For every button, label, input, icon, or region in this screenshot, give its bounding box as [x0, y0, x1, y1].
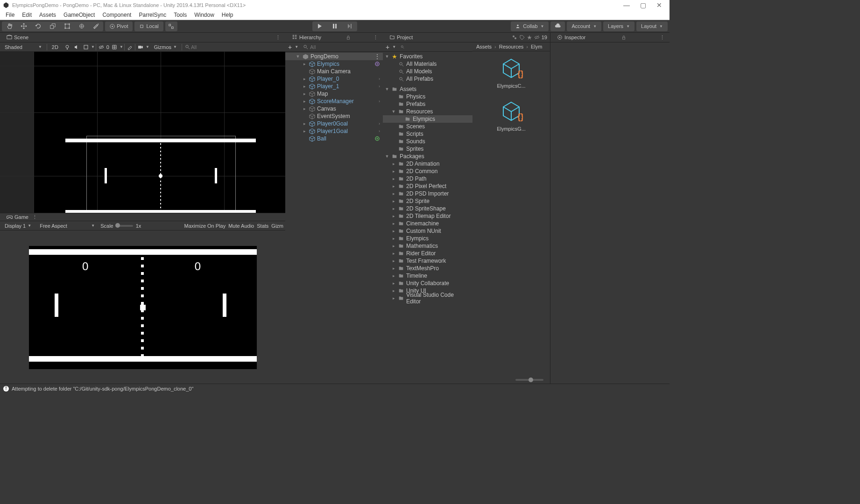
lighting-toggle[interactable] [63, 43, 71, 51]
pause-button[interactable] [327, 21, 342, 31]
scale-tool[interactable] [45, 21, 60, 31]
maximize-button[interactable]: ▢ [640, 1, 646, 9]
rotate-tool[interactable] [31, 21, 45, 31]
project-tree-item[interactable]: Sounds [383, 138, 472, 145]
menu-tools[interactable]: Tools [170, 12, 190, 18]
fx-toggle[interactable] [82, 43, 90, 51]
thumbnail-size-slider[interactable] [515, 379, 543, 381]
tools-icon[interactable] [126, 43, 134, 51]
panel-menu-icon[interactable]: ⋮ [658, 35, 667, 41]
project-tree-item[interactable]: ▼Favorites [383, 53, 472, 60]
project-tree-item[interactable]: ▸2D Pixel Perfect [383, 182, 472, 190]
grid-toggle[interactable] [110, 43, 119, 51]
project-tree-item[interactable]: ▸TextMeshPro [383, 265, 472, 272]
hierarchy-item[interactable]: ▸Player_1› [285, 83, 383, 90]
project-tree-item[interactable]: ▸Visual Studio Code Editor [383, 294, 472, 302]
menu-assets[interactable]: Assets [35, 12, 60, 18]
aspect-dropdown[interactable]: Free Aspect▼ [37, 223, 98, 229]
collab-dropdown[interactable]: Collab ▼ [511, 21, 549, 31]
project-asset-item[interactable]: {}ElympicsC... [496, 55, 526, 89]
hierarchy-item[interactable]: ▸Map [285, 90, 383, 98]
project-tree-item[interactable]: Scripts [383, 130, 472, 138]
inspector-tab[interactable]: Inspector [553, 33, 589, 42]
display-dropdown[interactable]: Display 1▼ [2, 223, 34, 229]
filter-by-type-icon[interactable] [512, 35, 517, 40]
hierarchy-search-input[interactable] [310, 44, 381, 50]
project-tree-item[interactable]: ▸2D PSD Importer [383, 190, 472, 197]
project-tree-item[interactable]: ▸2D Path [383, 175, 472, 182]
hand-tool[interactable] [2, 21, 16, 31]
hidden-objects-icon[interactable] [97, 43, 106, 51]
status-bar[interactable]: ! Attempting to delete folder "C:/Git/un… [0, 384, 670, 393]
account-dropdown[interactable]: Account▼ [567, 21, 601, 31]
menu-edit[interactable]: Edit [18, 12, 35, 18]
play-button[interactable] [312, 21, 327, 31]
minimize-button[interactable]: — [623, 1, 630, 9]
step-button[interactable] [342, 21, 357, 31]
hierarchy-item[interactable]: ▸Player0Goal› [285, 120, 383, 127]
layout-dropdown[interactable]: Layout▼ [636, 21, 668, 31]
move-tool[interactable] [16, 21, 31, 31]
lock-icon[interactable] [346, 35, 351, 40]
custom-tool[interactable] [89, 21, 103, 31]
snap-toggle[interactable] [165, 21, 177, 31]
gizmos-game-toggle[interactable]: Gizm [271, 223, 283, 229]
maximize-on-play-toggle[interactable]: Maximize On Play [184, 223, 226, 229]
game-tab[interactable]: Game [3, 213, 32, 222]
panel-menu-icon[interactable]: ⋮ [274, 35, 282, 41]
project-tree-item[interactable]: ▼Resources [383, 108, 472, 115]
menu-file[interactable]: File [2, 12, 18, 18]
project-tree-item[interactable]: All Prefabs [383, 75, 472, 83]
project-tree-item[interactable]: ▸Unity Collaborate [383, 280, 472, 287]
hierarchy-item[interactable]: EventSystem [285, 112, 383, 120]
mute-audio-toggle[interactable]: Mute Audio [228, 223, 254, 229]
project-search-input[interactable] [406, 44, 471, 50]
cloud-button[interactable] [550, 21, 565, 31]
chevron-right-icon[interactable]: › [379, 121, 380, 126]
game-view[interactable]: 0 0 [0, 231, 285, 384]
hierarchy-item[interactable]: ▸Player_0› [285, 75, 383, 83]
project-tree-item[interactable]: Physics [383, 93, 472, 100]
scene-view[interactable] [0, 52, 285, 213]
project-asset-item[interactable]: {}ElympicsG... [496, 98, 526, 132]
2d-toggle[interactable]: 2D [48, 44, 62, 50]
scene-menu-icon[interactable]: ⋮ [374, 53, 380, 60]
camera-icon[interactable] [136, 43, 145, 51]
menu-window[interactable]: Window [190, 12, 218, 18]
scene-tab[interactable]: Scene [3, 33, 32, 42]
hidden-toggle-icon[interactable] [534, 35, 540, 40]
hierarchy-item[interactable]: ▸Canvas [285, 105, 383, 112]
project-tree-item[interactable]: ▼Assets [383, 85, 472, 93]
menu-component[interactable]: Component [99, 12, 135, 18]
close-button[interactable]: ✕ [656, 1, 662, 9]
project-tree-item[interactable]: All Models [383, 68, 472, 75]
project-tree-item[interactable]: ▸2D Common [383, 168, 472, 175]
hierarchy-tab[interactable]: Hierarchy [288, 33, 325, 42]
chevron-right-icon[interactable]: › [379, 84, 380, 89]
project-tree-item[interactable]: ▸Timeline [383, 272, 472, 280]
menu-gameobject[interactable]: GameObject [60, 12, 99, 18]
scene-search-input[interactable] [191, 44, 238, 50]
hierarchy-item[interactable]: ▸ScoreManager› [285, 98, 383, 105]
project-tree-item[interactable]: All Materials [383, 60, 472, 68]
chevron-right-icon[interactable]: › [379, 77, 380, 81]
project-tree-item[interactable]: ▸Rider Editor [383, 250, 472, 257]
project-tree-item[interactable]: ▸Test Framework [383, 257, 472, 265]
panel-menu-icon[interactable]: ⋮ [371, 35, 380, 41]
project-tree-item[interactable]: Scenes [383, 123, 472, 130]
rect-tool[interactable] [60, 21, 74, 31]
layers-dropdown[interactable]: Layers▼ [603, 21, 634, 31]
hierarchy-item[interactable]: ▸Player1Goal› [285, 127, 383, 135]
lock-icon[interactable] [621, 35, 626, 40]
project-tree-item[interactable]: Prefabs [383, 100, 472, 108]
project-tree-item[interactable]: ▸Mathematics [383, 242, 472, 250]
filter-by-label-icon[interactable] [519, 35, 525, 40]
hierarchy-item[interactable]: Main Camera [285, 68, 383, 75]
pivot-toggle[interactable]: Pivot [105, 21, 133, 31]
panel-menu-icon[interactable]: ⋮ [32, 214, 37, 220]
project-tree-item[interactable]: Sprites [383, 145, 472, 153]
breadcrumb-elympics[interactable]: Elym [531, 44, 542, 49]
project-tree-item[interactable]: ▸2D SpriteShape [383, 205, 472, 212]
breadcrumb-assets[interactable]: Assets [476, 44, 492, 49]
chevron-right-icon[interactable]: › [379, 99, 380, 104]
